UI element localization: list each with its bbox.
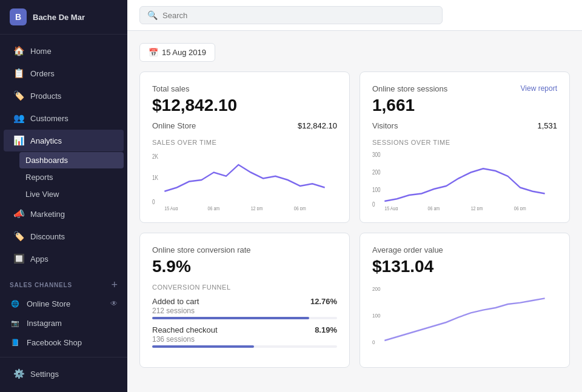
avg-order-title: Average order value	[372, 245, 443, 254]
sidebar-item-orders[interactable]: 📋 Orders	[4, 62, 124, 84]
view-report-link[interactable]: View report	[521, 84, 557, 93]
sidebar-item-customers[interactable]: 👥 Customers	[4, 107, 124, 129]
date-picker[interactable]: 📅 15 Aug 2019	[139, 43, 215, 62]
sidebar-navigation: 🏠 Home 📋 Orders 🏷️ Products 👥 Customers …	[0, 35, 127, 357]
online-sessions-header: Online store sessions View report	[372, 84, 557, 93]
orders-icon: 📋	[13, 68, 24, 79]
svg-text:100: 100	[372, 312, 381, 319]
sidebar-item-home[interactable]: 🏠 Home	[4, 40, 124, 62]
funnel-pct-2: 8.19%	[315, 325, 337, 344]
sidebar-item-products[interactable]: 🏷️ Products	[4, 85, 124, 107]
funnel-section: CONVERSION FUNNEL Added to cart 212 sess…	[152, 284, 337, 348]
svg-text:12 pm: 12 pm	[471, 205, 483, 210]
sidebar: B Bache De Mar 🏠 Home 📋 Orders 🏷️ Produc…	[0, 0, 127, 392]
sessions-chart: 300 200 100 0 15 Aug 06 am 12 pm 06 pm	[372, 150, 557, 210]
total-sales-header: Total sales	[152, 84, 337, 93]
online-sessions-card: Online store sessions View report 1,661 …	[360, 71, 570, 223]
avg-order-header: Average order value	[372, 245, 557, 254]
sidebar-item-analytics[interactable]: 📊 Analytics	[4, 130, 124, 151]
funnel-bar-fill-1	[152, 317, 309, 319]
online-sessions-sub: Visitors 1,531	[372, 121, 557, 130]
sidebar-item-apps[interactable]: 🔲 Apps	[4, 248, 124, 270]
svg-text:0: 0	[372, 339, 375, 345]
funnel-label: CONVERSION FUNNEL	[152, 284, 337, 291]
svg-text:0: 0	[372, 201, 375, 208]
sidebar-item-orders-label: Orders	[30, 69, 55, 78]
svg-text:1K: 1K	[152, 174, 158, 181]
visitors-value: 1,531	[537, 121, 557, 130]
content-area: 📅 15 Aug 2019 Total sales $12,842.10 Onl…	[127, 31, 582, 392]
online-store-icon: 🌐	[10, 298, 21, 309]
sidebar-item-settings[interactable]: ⚙️ Settings	[4, 363, 124, 385]
sidebar-item-dashboards[interactable]: Dashboards	[19, 152, 124, 168]
settings-icon: ⚙️	[13, 368, 24, 379]
apps-icon: 🔲	[13, 253, 24, 264]
home-icon: 🏠	[13, 45, 24, 56]
funnel-bar-fill-2	[152, 345, 254, 348]
conversion-rate-card: Online store conversion rate 5.9% CONVER…	[139, 233, 350, 368]
svg-text:0: 0	[152, 199, 155, 205]
total-sales-chart-label: SALES OVER TIME	[152, 139, 337, 146]
topbar: 🔍	[127, 0, 582, 31]
sessions-chart-label: SESSIONS OVER TIME	[372, 139, 557, 146]
sidebar-item-live-view[interactable]: Live View	[19, 186, 124, 202]
sidebar-bottom: ⚙️ Settings	[0, 357, 127, 392]
conversion-rate-title: Online store conversion rate	[152, 245, 251, 254]
online-store-eye-icon[interactable]: 👁	[110, 299, 118, 308]
add-sales-channel-button[interactable]: +	[111, 279, 118, 291]
svg-text:200: 200	[372, 169, 381, 176]
analytics-submenu: Dashboards Reports Live View	[19, 152, 127, 202]
funnel-item-added-to-cart: Added to cart 212 sessions 12.76%	[152, 297, 337, 319]
online-store-label: Online Store	[27, 299, 70, 308]
total-sales-sub: Online Store $12,842.10	[152, 121, 337, 130]
funnel-name-2: Reached checkout	[152, 325, 218, 334]
avg-order-chart: 200 100 0	[372, 282, 557, 355]
logo-area: B Bache De Mar	[0, 0, 127, 35]
marketing-icon: 📣	[13, 208, 24, 219]
sidebar-item-marketing-label: Marketing	[30, 210, 65, 219]
search-box[interactable]: 🔍	[139, 6, 443, 24]
search-input[interactable]	[162, 11, 435, 20]
discounts-icon: 🏷️	[13, 231, 24, 242]
total-sales-value: $12,842.10	[152, 96, 337, 115]
avg-order-value: $131.04	[372, 257, 557, 276]
search-icon: 🔍	[147, 10, 158, 20]
customers-icon: 👥	[13, 113, 24, 124]
sidebar-item-reports[interactable]: Reports	[19, 169, 124, 185]
sidebar-item-discounts[interactable]: 🏷️ Discounts	[4, 225, 124, 247]
sidebar-item-customers-label: Customers	[30, 114, 69, 123]
online-sessions-value: 1,661	[372, 96, 557, 115]
sidebar-item-marketing[interactable]: 📣 Marketing	[4, 203, 124, 225]
sidebar-item-facebook-shop[interactable]: 📘 Facebook Shop	[0, 333, 127, 352]
sidebar-item-instagram[interactable]: 📷 Instagram	[0, 313, 127, 333]
svg-text:15 Aug: 15 Aug	[164, 205, 178, 210]
total-sales-sub-label: Online Store	[152, 121, 196, 130]
funnel-bar-bg-2	[152, 345, 337, 348]
sidebar-item-home-label: Home	[30, 47, 52, 56]
total-sales-sub-value: $12,842.10	[298, 121, 337, 130]
visitors-label: Visitors	[372, 121, 398, 130]
sidebar-item-settings-label: Settings	[30, 370, 59, 379]
funnel-name-1: Added to cart	[152, 297, 199, 306]
sidebar-item-apps-label: Apps	[30, 254, 48, 264]
sidebar-item-online-store[interactable]: 🌐 Online Store 👁	[0, 294, 127, 313]
total-sales-title: Total sales	[152, 84, 189, 93]
sales-channels-header: SALES CHANNELS	[10, 282, 72, 288]
svg-text:06 pm: 06 pm	[294, 205, 306, 210]
svg-text:200: 200	[372, 286, 381, 293]
main-content: 🔍 📅 15 Aug 2019 Total sales $12,842.10 O…	[127, 0, 582, 392]
svg-text:300: 300	[372, 152, 381, 159]
sidebar-item-analytics-label: Analytics	[30, 136, 62, 145]
total-sales-card: Total sales $12,842.10 Online Store $12,…	[139, 71, 350, 223]
facebook-shop-icon: 📘	[10, 337, 21, 348]
date-bar: 📅 15 Aug 2019	[139, 43, 570, 62]
sidebar-item-discounts-label: Discounts	[30, 232, 65, 241]
app-name: Bache De Mar	[33, 13, 85, 22]
funnel-bar-bg-1	[152, 317, 337, 319]
date-value: 15 Aug 2019	[162, 48, 206, 57]
avg-order-value-card: Average order value $131.04 200 100 0	[360, 233, 570, 368]
funnel-pct-1: 12.76%	[310, 297, 337, 315]
svg-text:06 pm: 06 pm	[514, 205, 526, 210]
funnel-sessions-1: 212 sessions	[152, 307, 195, 315]
funnel-sessions-2: 136 sessions	[152, 335, 195, 344]
